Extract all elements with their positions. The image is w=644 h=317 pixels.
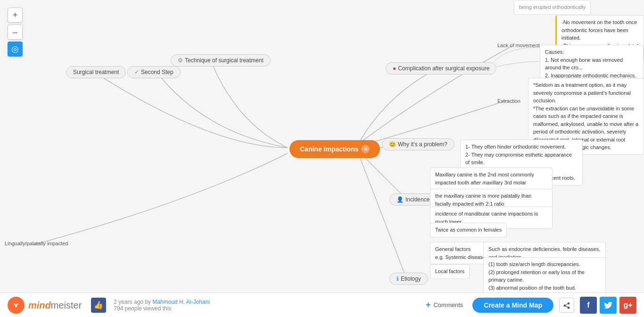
infobox-incidence4: Twice as common in females	[430, 223, 507, 237]
footer-actions: + Comments Create a Mind Map	[422, 298, 574, 313]
node-center-canine[interactable]: Canine Impactions ✕	[289, 140, 380, 158]
svg-point-1	[15, 305, 17, 307]
share-button[interactable]	[559, 298, 574, 313]
logo-text: mindmeister	[28, 299, 82, 311]
facebook-button[interactable]: f	[580, 297, 597, 314]
logo-icon	[8, 297, 25, 314]
node-second-step[interactable]: Second Step	[127, 66, 181, 78]
twitter-button[interactable]	[600, 297, 617, 314]
node-etiology[interactable]: Etiology	[389, 273, 428, 285]
footer-info: 2 years ago by Mahmoud H. Al-Johani 794 …	[114, 299, 422, 312]
center-label: Canine Impactions	[300, 145, 358, 153]
zoom-controls[interactable]: + – ◎	[8, 8, 23, 57]
author-link[interactable]: Mahmoud H. Al-Johani	[152, 299, 209, 305]
locate-button[interactable]: ◎	[8, 42, 23, 57]
node-technique[interactable]: Technique of surgical treatment	[171, 54, 271, 67]
social-buttons: f g+	[580, 297, 636, 314]
logo-area: mindmeister	[8, 297, 82, 314]
label-lack-movement: Lack of movement	[497, 42, 540, 48]
node-complication[interactable]: Complication after surgical exposure	[386, 62, 496, 75]
label-extraction: Extraction	[497, 98, 520, 104]
footer: mindmeister 👍 2 years ago by Mahmoud H. …	[0, 292, 644, 317]
zoom-in-button[interactable]: +	[8, 8, 23, 23]
infobox-incidence1: Maxillary canine is the 2nd most commonl…	[430, 167, 553, 190]
googleplus-button[interactable]: g+	[619, 297, 636, 314]
infobox-being-erupted: being erupted orthodontically	[514, 0, 591, 15]
infobox-etiology-local: Local factors	[430, 264, 470, 279]
views-text: 794 people viewed this	[114, 305, 171, 312]
create-mindmap-button[interactable]: Create a Mind Map	[472, 298, 553, 313]
comments-button[interactable]: + Comments	[422, 298, 467, 312]
ago-text: 2 years ago by	[114, 299, 151, 305]
node-why-problem[interactable]: Why it's a problem?	[382, 138, 454, 150]
center-icon: ✕	[361, 145, 370, 153]
label-lingually: Lingually/palatally impacted	[5, 241, 68, 246]
mindmap-canvas: + – ◎ Surgical treatment Second Step Tec…	[0, 0, 644, 292]
plus-icon: +	[426, 300, 431, 310]
like-button[interactable]: 👍	[91, 298, 106, 313]
comments-label: Comments	[433, 301, 463, 309]
infobox-etiology-local-detail: (1) tooth size/arch length discrepancies…	[483, 257, 606, 292]
zoom-out-button[interactable]: –	[8, 25, 23, 40]
node-surgical-treatment[interactable]: Surgical treatment	[66, 66, 126, 78]
